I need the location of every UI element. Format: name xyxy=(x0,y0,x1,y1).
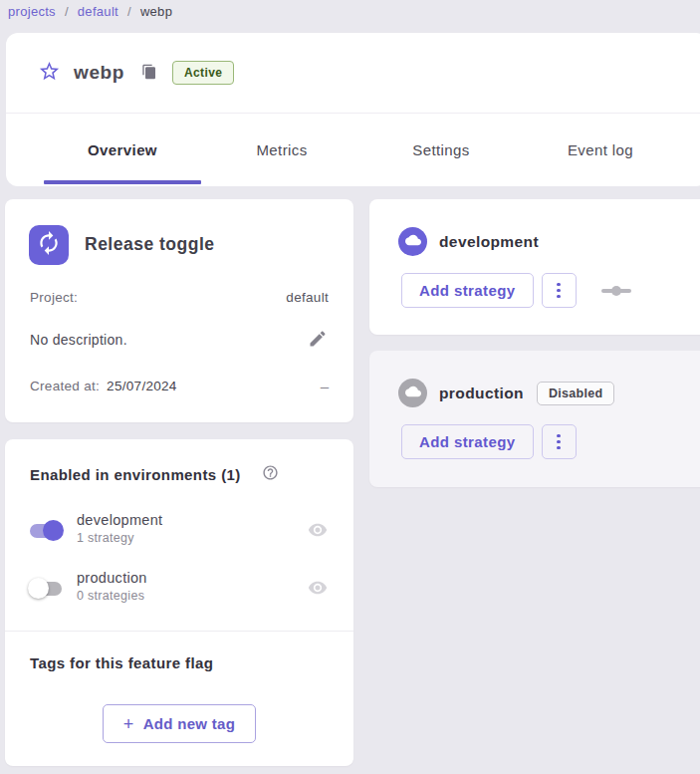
release-toggle-type-icon xyxy=(29,225,69,265)
environment-name: production xyxy=(77,570,147,586)
environment-panel-header: production Disabled xyxy=(398,379,614,407)
environment-texts: development 1 strategy xyxy=(77,512,162,545)
environment-avatar xyxy=(398,227,427,256)
environment-panel-production: production Disabled Add strategy xyxy=(369,351,700,487)
environment-texts: production 0 strategies xyxy=(77,570,147,603)
environments-card: Enabled in environments (1) development … xyxy=(5,439,353,766)
strategy-connector-icon xyxy=(601,286,631,296)
copy-name-button[interactable] xyxy=(138,62,160,84)
tab-overview[interactable]: Overview xyxy=(43,114,202,186)
active-tab-indicator xyxy=(44,180,201,184)
switch-thumb xyxy=(28,578,49,599)
more-options-button-development[interactable] xyxy=(542,273,577,308)
add-new-tag-button[interactable]: + Add new tag xyxy=(103,704,256,743)
breadcrumb-current: webp xyxy=(140,4,172,19)
feature-type-title: Release toggle xyxy=(85,234,215,255)
environment-panel-development: development Add strategy xyxy=(369,199,700,335)
environment-panel-actions: Add strategy xyxy=(401,273,631,308)
add-new-tag-label: Add new tag xyxy=(143,715,235,732)
environment-panel-name: development xyxy=(439,233,539,251)
connector-dot xyxy=(611,286,621,296)
environment-name: development xyxy=(77,512,162,528)
description-row: No description. xyxy=(30,329,329,351)
feature-type-card: Release toggle Project: default No descr… xyxy=(5,199,353,422)
feature-tabs: Overview Metrics Settings Event log xyxy=(6,114,700,186)
sync-icon xyxy=(36,230,62,260)
environment-panel-header: development xyxy=(398,227,539,256)
kebab-icon xyxy=(557,440,561,444)
add-strategy-button-production[interactable]: Add strategy xyxy=(401,424,534,459)
project-row: Project: default xyxy=(30,290,329,305)
created-at-label: Created at: xyxy=(30,379,100,393)
eye-icon xyxy=(308,520,328,543)
plus-icon: + xyxy=(123,715,134,733)
environment-strategy-count: 0 strategies xyxy=(77,589,147,603)
created-at-value: 25/07/2024 xyxy=(107,379,177,393)
visibility-button-production[interactable] xyxy=(308,579,328,599)
kebab-icon xyxy=(557,434,561,438)
toggle-switch-development[interactable] xyxy=(28,520,64,541)
disabled-badge: Disabled xyxy=(537,382,615,405)
environment-strategy-count: 1 strategy xyxy=(77,531,162,545)
feature-flag-page: projects / default / webp webp Active Ov… xyxy=(0,0,700,774)
project-label: Project: xyxy=(30,290,78,305)
tab-event-log[interactable]: Event log xyxy=(521,114,680,186)
cloud-icon xyxy=(405,232,421,252)
kebab-icon xyxy=(557,283,561,287)
environment-row-production: production 0 strategies xyxy=(28,569,334,609)
section-divider xyxy=(5,631,353,632)
breadcrumb-separator: / xyxy=(127,4,131,19)
tab-metrics[interactable]: Metrics xyxy=(202,114,361,186)
environments-heading: Enabled in environments (1) xyxy=(30,466,241,483)
kebab-icon xyxy=(557,446,561,450)
environment-panel-name: production xyxy=(439,385,524,402)
tab-settings[interactable]: Settings xyxy=(361,114,521,186)
pencil-icon xyxy=(308,329,328,352)
feature-header-card: webp Active Overview Metrics Settings Ev… xyxy=(6,33,700,186)
breadcrumb-link-projects[interactable]: projects xyxy=(8,4,56,19)
help-button[interactable] xyxy=(260,464,280,484)
kebab-icon xyxy=(557,295,561,299)
tab-label: Metrics xyxy=(256,141,307,158)
star-icon xyxy=(38,60,61,86)
status-badge: Active xyxy=(172,61,234,85)
tab-label: Overview xyxy=(88,141,157,158)
question-mark-icon xyxy=(262,464,279,484)
breadcrumb-link-default[interactable]: default xyxy=(78,4,118,19)
tags-heading: Tags for this feature flag xyxy=(30,654,213,671)
add-strategy-button-development[interactable]: Add strategy xyxy=(401,273,534,308)
breadcrumb-separator: / xyxy=(65,4,69,19)
breadcrumb: projects / default / webp xyxy=(8,1,172,21)
more-options-button-production[interactable] xyxy=(542,424,577,459)
copy-icon xyxy=(141,64,157,83)
page-title: webp xyxy=(74,62,124,84)
feature-title-row: webp Active xyxy=(6,33,700,113)
eye-icon xyxy=(308,578,328,601)
environment-row-development: development 1 strategy xyxy=(28,511,334,551)
project-value: default xyxy=(286,290,329,305)
tab-label: Settings xyxy=(412,141,469,158)
tab-label: Event log xyxy=(568,141,633,158)
created-row: Created at: 25/07/2024 – xyxy=(30,378,329,394)
environment-avatar xyxy=(398,379,427,407)
kebab-icon xyxy=(557,289,561,293)
description-text: No description. xyxy=(30,332,127,348)
empty-value-dash: – xyxy=(321,378,329,394)
environment-panel-actions: Add strategy xyxy=(401,424,577,459)
cloud-icon xyxy=(405,384,421,403)
switch-thumb xyxy=(43,520,64,541)
favorite-star-button[interactable] xyxy=(36,60,62,86)
edit-description-button[interactable] xyxy=(307,329,329,351)
visibility-button-development[interactable] xyxy=(308,521,328,541)
toggle-switch-production[interactable] xyxy=(28,578,64,599)
